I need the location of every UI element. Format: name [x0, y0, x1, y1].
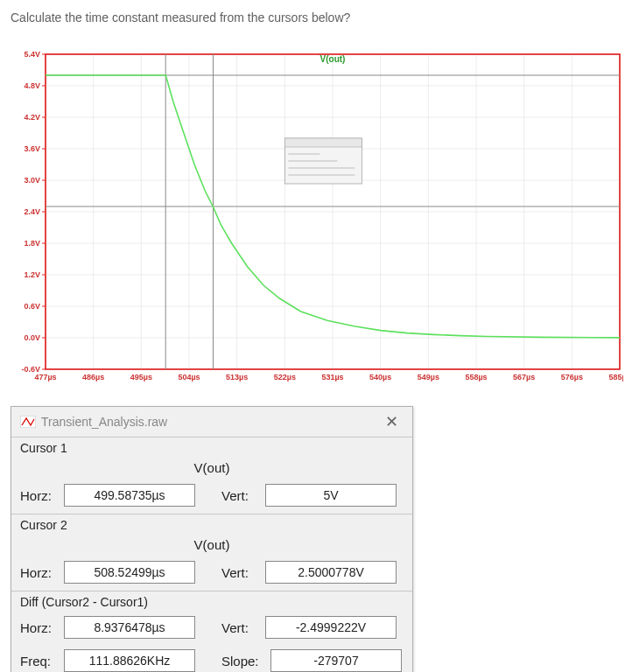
diff-vert-value[interactable]: -2.4999222V [265, 616, 397, 639]
svg-text:522µs: 522µs [274, 373, 296, 382]
cursor1-vert-value[interactable]: 5V [265, 484, 397, 507]
panel-title-text: Transient_Analysis.raw [41, 415, 167, 429]
cursor1-vert-label: Vert: [221, 488, 260, 503]
cursor1-horz-label: Horz: [20, 488, 59, 503]
svg-text:0.0V: 0.0V [24, 333, 40, 342]
svg-text:1.8V: 1.8V [24, 239, 40, 248]
ltspice-icon [20, 416, 36, 428]
svg-text:3.6V: 3.6V [24, 144, 40, 153]
svg-text:513µs: 513µs [226, 373, 248, 382]
cursor2-header: Cursor 2 [11, 514, 412, 536]
cursor2-signal: V(out) [11, 536, 412, 557]
svg-text:549µs: 549µs [418, 373, 439, 382]
diff-horz-label: Horz: [20, 620, 59, 635]
cursor2-vert-label: Vert: [221, 565, 260, 580]
diff-freq-value[interactable]: 111.88626KHz [64, 649, 195, 672]
svg-text:1.2V: 1.2V [24, 270, 40, 279]
diff-freq-label: Freq: [20, 654, 59, 668]
cursor1-header: Cursor 1 [11, 437, 412, 458]
svg-text:531µs: 531µs [321, 373, 343, 382]
svg-text:567µs: 567µs [513, 373, 535, 382]
svg-text:V(out): V(out) [320, 54, 346, 64]
question-text: Calculate the time constant measured fro… [11, 10, 621, 24]
diff-vert-label: Vert: [221, 620, 260, 635]
diff-slope-label: Slope: [221, 654, 265, 668]
close-icon[interactable]: ✕ [380, 412, 404, 431]
svg-text:477µs: 477µs [34, 373, 56, 382]
svg-text:5.4V: 5.4V [24, 51, 40, 59]
diff-slope-value[interactable]: -279707 [270, 649, 402, 672]
cursor2-horz-label: Horz: [20, 565, 59, 580]
svg-text:540µs: 540µs [369, 373, 391, 382]
cursor-data-panel: Transient_Analysis.raw ✕ Cursor 1 V(out)… [11, 406, 413, 672]
svg-text:558µs: 558µs [465, 373, 487, 382]
svg-text:504µs: 504µs [178, 373, 200, 382]
diff-horz-value[interactable]: 8.9376478µs [64, 616, 195, 639]
cursor1-signal: V(out) [11, 458, 412, 480]
svg-text:3.0V: 3.0V [24, 176, 40, 185]
svg-text:0.6V: 0.6V [24, 302, 40, 311]
svg-rect-67 [284, 138, 362, 147]
svg-text:585µs: 585µs [608, 373, 623, 382]
svg-text:4.2V: 4.2V [24, 113, 40, 122]
panel-titlebar[interactable]: Transient_Analysis.raw ✕ [11, 407, 412, 437]
cursor2-horz-value[interactable]: 508.52499µs [64, 561, 195, 584]
cursor1-horz-value[interactable]: 499.58735µs [64, 484, 195, 507]
waveform-plot[interactable]: 5.4V4.8V4.2V3.6V3.0V2.4V1.8V1.2V0.6V0.0V… [11, 51, 623, 387]
svg-text:486µs: 486µs [82, 373, 104, 382]
cursor2-vert-value[interactable]: 2.5000778V [265, 561, 397, 584]
svg-text:2.4V: 2.4V [24, 207, 40, 216]
svg-text:4.8V: 4.8V [24, 81, 40, 90]
diff-header: Diff (Cursor2 - Cursor1) [11, 591, 412, 612]
svg-text:576µs: 576µs [561, 373, 583, 382]
svg-text:495µs: 495µs [130, 373, 152, 382]
